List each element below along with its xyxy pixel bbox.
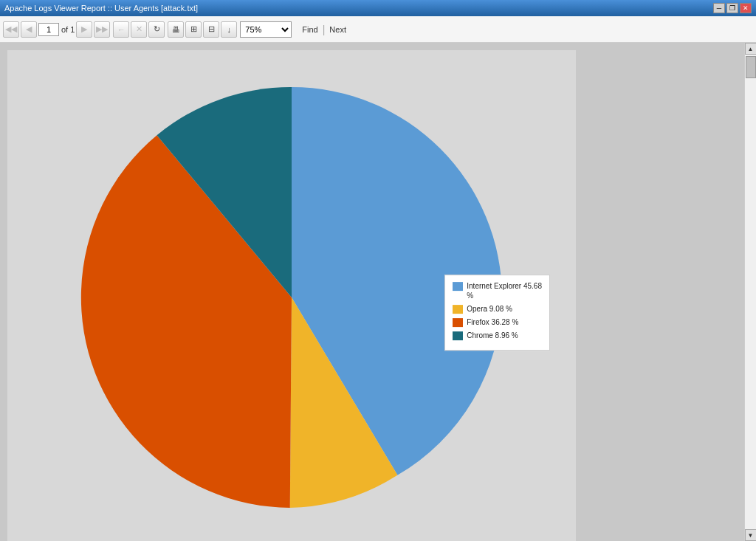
find-separator: | <box>323 24 326 35</box>
legend-item-ie: Internet Explorer 45.68% <box>453 281 542 300</box>
legend-label-chrome: Chrome 8.96 % <box>467 331 518 340</box>
toolbar: ◀◀ ◀ of 1 ▶ ▶▶ ← ✕ ↻ 🖶 ⊞ ⊟ ↓ 75% 50% 100… <box>0 16 756 43</box>
first-page-button[interactable]: ◀◀ <box>3 21 19 38</box>
scroll-up-arrow[interactable]: ▲ <box>745 43 757 55</box>
scroll-track[interactable] <box>745 78 756 529</box>
legend-color-ie <box>453 282 463 291</box>
window-title: Apache Logs Viewer Report :: User Agents… <box>4 4 198 13</box>
report-page: Internet Explorer 45.68% Opera 9.08 % Fi… <box>7 50 576 541</box>
stop-button[interactable]: ✕ <box>131 21 147 38</box>
export-button[interactable]: ↓ <box>221 21 237 38</box>
page-info: of 1 <box>38 23 75 36</box>
chart-container: Internet Explorer 45.68% Opera 9.08 % Fi… <box>41 69 543 526</box>
main-area: Internet Explorer 45.68% Opera 9.08 % Fi… <box>0 43 756 541</box>
zoom-select[interactable]: 75% 50% 100% 125% 150% <box>240 21 292 38</box>
title-bar-buttons: ─ ❐ ✕ <box>713 3 752 13</box>
vertical-scrollbar: ▲ ▼ <box>744 43 756 541</box>
scroll-thumb[interactable] <box>746 56 756 78</box>
legend-label-firefox: Firefox 36.28 % <box>467 317 518 327</box>
legend-label-ie: Internet Explorer 45.68% <box>467 281 542 300</box>
find-area: Find | Next <box>302 24 346 35</box>
nav-history-group: ← ✕ ↻ <box>113 21 165 38</box>
legend: Internet Explorer 45.68% Opera 9.08 % Fi… <box>444 275 550 351</box>
restore-button[interactable]: ❐ <box>726 3 738 13</box>
minimize-button[interactable]: ─ <box>713 3 725 13</box>
next-button[interactable]: Next <box>329 25 346 34</box>
legend-color-firefox <box>453 318 463 327</box>
legend-label-opera: Opera 9.08 % <box>467 304 512 314</box>
scroll-down-arrow[interactable]: ▼ <box>745 529 757 541</box>
find-label: Find <box>302 25 317 34</box>
next-page-button[interactable]: ▶ <box>76 21 92 38</box>
toggle1-button[interactable]: ⊞ <box>185 21 202 38</box>
toggle2-button[interactable]: ⊟ <box>203 21 219 38</box>
title-bar: Apache Logs Viewer Report :: User Agents… <box>0 0 756 16</box>
action-group: 🖶 ⊞ ⊟ ↓ <box>168 21 237 38</box>
navigation-group: ◀◀ ◀ of 1 ▶ ▶▶ <box>3 21 110 38</box>
close-button[interactable]: ✕ <box>740 3 752 13</box>
prev-page-button[interactable]: ◀ <box>21 21 37 38</box>
legend-item-opera: Opera 9.08 % <box>453 304 542 314</box>
back-button[interactable]: ← <box>113 21 129 38</box>
legend-item-chrome: Chrome 8.96 % <box>453 331 542 340</box>
page-total: 1 <box>70 25 75 34</box>
print-button[interactable]: 🖶 <box>168 21 184 38</box>
last-page-button[interactable]: ▶▶ <box>94 21 110 38</box>
page-of-label: of <box>61 25 68 34</box>
legend-item-firefox: Firefox 36.28 % <box>453 317 542 327</box>
legend-color-chrome <box>453 331 463 340</box>
legend-color-opera <box>453 305 463 314</box>
page-current-input[interactable] <box>38 23 59 36</box>
content-area: Internet Explorer 45.68% Opera 9.08 % Fi… <box>0 43 744 541</box>
refresh-button[interactable]: ↻ <box>148 21 165 38</box>
